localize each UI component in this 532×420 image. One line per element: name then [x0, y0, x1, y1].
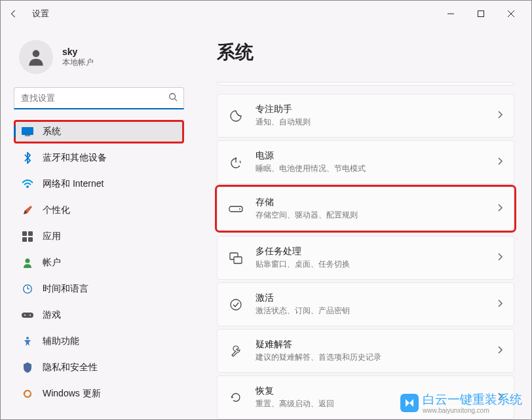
nav-list: 系统 蓝牙和其他设备 网络和 Internet 个性化 应用: [14, 120, 184, 406]
card-desc: 激活状态、订阅、产品密钥: [256, 305, 485, 316]
user-icon: [26, 47, 47, 67]
card-text: 专注助手 通知、自动规则: [256, 104, 485, 128]
network-icon: [22, 178, 33, 190]
card-text: 激活 激活状态、订阅、产品密钥: [256, 292, 485, 316]
svg-rect-12: [22, 237, 27, 242]
storage-icon: [228, 201, 244, 217]
svg-point-20: [24, 315, 26, 316]
svg-point-26: [239, 208, 240, 210]
svg-rect-13: [28, 237, 33, 242]
focus-icon: [228, 108, 244, 124]
back-button[interactable]: [6, 6, 22, 22]
user-name: sky: [62, 47, 94, 57]
sidebar-item-label: 帐户: [43, 257, 61, 269]
main-panel: 系统 专注助手 通知、自动规则 电源 睡眠、电池使用情况、节电模式: [197, 27, 531, 419]
svg-rect-28: [234, 257, 242, 263]
search-input[interactable]: [14, 87, 184, 109]
settings-card-power[interactable]: 电源 睡眠、电池使用情况、节电模式: [217, 140, 514, 184]
settings-card-storage[interactable]: 存储 存储空间、驱动器、配置规则: [217, 187, 514, 231]
settings-card-troubleshoot[interactable]: 疑难解答 建议的疑难解答、首选项和历史记录: [217, 329, 514, 373]
svg-point-21: [29, 315, 31, 316]
card-title: 多任务处理: [256, 246, 485, 258]
sidebar-item-label: 游戏: [43, 309, 61, 321]
sidebar-item-network[interactable]: 网络和 Internet: [14, 172, 184, 196]
sidebar-item-update[interactable]: Windows 更新: [14, 382, 184, 406]
sidebar-item-label: 应用: [43, 231, 61, 242]
sidebar-item-label: 隐私和安全性: [43, 362, 98, 373]
sidebar: sky 本地帐户 系统 蓝牙和其他设备: [1, 27, 197, 419]
search-box: [14, 87, 184, 109]
close-button[interactable]: [496, 3, 526, 24]
card-title: 专注助手: [256, 104, 485, 115]
svg-rect-1: [478, 11, 484, 17]
app-title: 设置: [32, 8, 49, 20]
watermark-text-block: 白云一键重装系统 www.baiyunxitong.com: [423, 391, 522, 414]
svg-rect-7: [22, 127, 33, 135]
settings-card-multitask[interactable]: 多任务处理 贴靠窗口、桌面、任务切换: [217, 236, 514, 280]
multitask-icon: [228, 250, 244, 266]
svg-rect-10: [22, 231, 27, 236]
accessibility-icon: [22, 335, 33, 347]
sidebar-item-label: 系统: [43, 126, 61, 138]
card-desc: 睡眠、电池使用情况、节电模式: [256, 163, 485, 174]
avatar: [19, 40, 53, 74]
sidebar-item-label: 辅助功能: [43, 335, 79, 347]
chevron-right-icon: [497, 157, 503, 168]
card-desc: 通知、自动规则: [256, 117, 485, 128]
sidebar-item-privacy[interactable]: 隐私和安全性: [14, 356, 184, 379]
card-desc: 建议的疑难解答、首选项和历史记录: [256, 352, 485, 363]
settings-card-activation[interactable]: 激活 激活状态、订阅、产品密钥: [217, 282, 514, 326]
accounts-icon: [22, 257, 33, 269]
gaming-icon: [22, 309, 33, 321]
card-title: 激活: [256, 292, 485, 304]
settings-card-focus[interactable]: 专注助手 通知、自动规则: [217, 94, 514, 138]
card-cutoff: [217, 82, 514, 86]
sidebar-item-apps[interactable]: 应用: [14, 225, 184, 248]
card-text: 存储 存储空间、驱动器、配置规则: [256, 197, 485, 221]
svg-point-4: [33, 50, 40, 57]
minimize-icon: [447, 10, 454, 17]
recovery-icon: [228, 390, 244, 406]
system-icon: [22, 126, 33, 138]
chevron-right-icon: [497, 110, 503, 122]
user-info: sky 本地帐户: [62, 47, 94, 68]
activation-icon: [228, 297, 244, 313]
svg-point-22: [26, 337, 29, 339]
sidebar-item-label: 个性化: [43, 204, 70, 216]
apps-icon: [22, 231, 33, 242]
watermark: 白云一键重装系统 www.baiyunxitong.com: [400, 391, 522, 414]
chevron-right-icon: [497, 252, 503, 264]
sidebar-item-bluetooth[interactable]: 蓝牙和其他设备: [14, 146, 184, 170]
chevron-right-icon: [497, 345, 503, 357]
maximize-button[interactable]: [466, 3, 496, 24]
sidebar-item-system[interactable]: 系统: [14, 120, 184, 143]
sidebar-item-label: 时间和语言: [43, 283, 88, 295]
bluetooth-icon: [22, 152, 33, 164]
sidebar-item-label: 网络和 Internet: [43, 178, 104, 190]
sidebar-item-accessibility[interactable]: 辅助功能: [14, 330, 184, 353]
minimize-button[interactable]: [436, 3, 466, 24]
power-icon: [228, 155, 244, 170]
sidebar-item-time[interactable]: 时间和语言: [14, 277, 184, 301]
chevron-right-icon: [497, 203, 503, 215]
personalization-icon: [22, 204, 33, 216]
privacy-icon: [22, 362, 33, 373]
svg-point-14: [26, 259, 30, 263]
card-desc: 存储空间、驱动器、配置规则: [256, 210, 485, 221]
svg-point-5: [170, 94, 176, 100]
window-controls: [436, 3, 526, 24]
close-icon: [508, 10, 514, 17]
sidebar-item-label: 蓝牙和其他设备: [43, 152, 107, 164]
content-area: sky 本地帐户 系统 蓝牙和其他设备: [1, 27, 531, 419]
user-section[interactable]: sky 本地帐户: [14, 40, 184, 74]
card-text: 疑难解答 建议的疑难解答、首选项和历史记录: [256, 339, 485, 363]
sidebar-item-label: Windows 更新: [43, 388, 101, 400]
sidebar-item-accounts[interactable]: 帐户: [14, 251, 184, 275]
card-text: 多任务处理 贴靠窗口、桌面、任务切换: [256, 246, 485, 270]
sidebar-item-gaming[interactable]: 游戏: [14, 303, 184, 327]
svg-rect-19: [22, 313, 33, 318]
titlebar-left: 设置: [6, 6, 49, 22]
watermark-text: 白云一键重装系统: [423, 391, 522, 408]
maximize-icon: [478, 10, 484, 17]
sidebar-item-personalization[interactable]: 个性化: [14, 199, 184, 222]
